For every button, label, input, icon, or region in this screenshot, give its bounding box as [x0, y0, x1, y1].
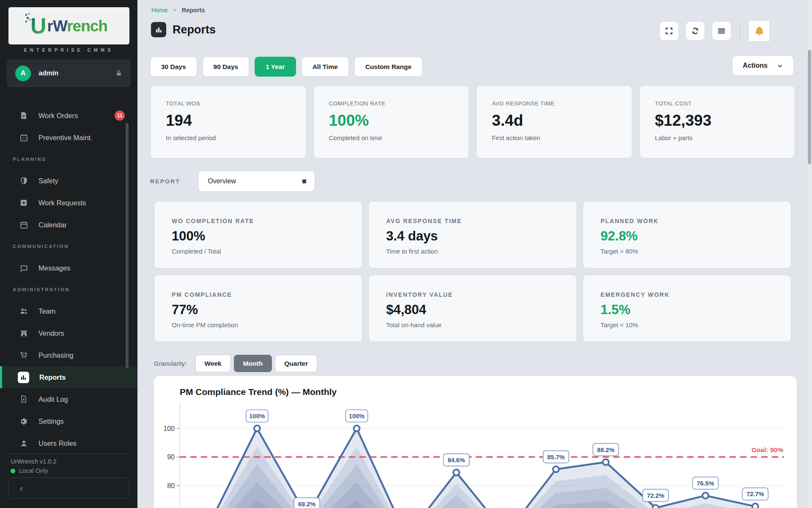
sidebar-item-settings[interactable]: Settings	[0, 410, 137, 432]
sidebar-item-label: Reports	[39, 373, 66, 381]
metric-label: EMERGENCY WORK	[601, 291, 774, 298]
user-card[interactable]: A admin	[7, 59, 131, 87]
metric-cards: WO COMPLETION RATE 100% Completed / Tota…	[154, 201, 791, 342]
sidebar-item-team[interactable]: Team	[0, 300, 137, 322]
granularity-selector: Granularity: Week Month Quarter	[154, 355, 320, 372]
cart-icon	[19, 351, 28, 360]
metric-sub: Time to first action	[386, 248, 559, 255]
report-type-select[interactable]: Overview	[198, 171, 315, 192]
metric-label: INVENTORY VALUE	[386, 291, 559, 298]
kpi-sub: First action taken	[492, 134, 617, 141]
sidebar-item-label: Team	[38, 307, 55, 315]
kpi-label: COMPLETION RATE	[329, 100, 454, 107]
metric-avg-response-time: AVG RESPONSE TIME 3.4 days Time to first…	[368, 201, 577, 268]
svg-text:84.6%: 84.6%	[447, 457, 465, 464]
sidebar-item-work-orders[interactable]: Work Orders 11	[0, 105, 137, 127]
chat-icon	[19, 263, 28, 273]
sidebar-scrollbar-thumb[interactable]	[126, 123, 129, 368]
sidebar-item-calendar[interactable]: Calendar	[0, 214, 137, 236]
kpi-value: 3.4d	[492, 112, 617, 130]
actions-dropdown-button[interactable]: Actions	[732, 55, 794, 76]
status-dot-icon	[11, 469, 15, 473]
sidebar-item-label: Preventive Maint.	[38, 134, 92, 142]
bell-icon	[754, 25, 765, 37]
range-30-days-button[interactable]: 30 Days	[150, 57, 197, 77]
svg-text:100%: 100%	[249, 413, 265, 420]
page-title: Reports	[173, 23, 216, 36]
metric-value: 100%	[172, 229, 345, 244]
range-1-year-button[interactable]: 1 Year	[255, 57, 296, 77]
section-header-planning: PLANNING	[0, 149, 137, 170]
sidebar-item-label: Safety	[38, 177, 58, 185]
reports-title-icon	[151, 22, 166, 37]
kpi-sub: Completed on time	[329, 134, 454, 141]
sidebar-collapse-button[interactable]: ‹	[8, 478, 129, 499]
kpi-cards: TOTAL WOS 194 In selected period COMPLET…	[150, 86, 795, 158]
metric-sub: Completed / Total	[172, 248, 345, 255]
toolbar-divider	[740, 22, 740, 40]
svg-text:Goal: 90%: Goal: 90%	[752, 446, 783, 453]
breadcrumb: Home > Reports	[151, 7, 205, 14]
menu-button[interactable]	[712, 21, 731, 41]
metric-label: PM COMPLIANCE	[172, 291, 345, 298]
sidebar-item-safety[interactable]: Safety	[0, 170, 137, 192]
granularity-quarter-button[interactable]: Quarter	[275, 355, 317, 372]
sidebar-item-label: Vendors	[38, 329, 64, 337]
select-indicator-icon	[302, 179, 306, 183]
metric-value: 77%	[172, 302, 345, 318]
range-90-days-button[interactable]: 90 Days	[203, 57, 250, 77]
range-all-time-button[interactable]: All Time	[302, 57, 349, 77]
report-select-value: Overview	[208, 177, 236, 185]
kpi-total-wos: TOTAL WOS 194 In selected period	[150, 86, 306, 158]
metric-value: 1.5%	[601, 302, 774, 318]
brand-name: rWrench	[47, 18, 107, 34]
sidebar-item-reports[interactable]: Reports	[0, 366, 137, 388]
pm-compliance-trend-chart: PM Compliance Trend (%) — Monthly 100908…	[154, 376, 797, 508]
refresh-button[interactable]	[686, 21, 705, 41]
kpi-avg-response-time: AVG RESPONSE TIME 3.4d First action take…	[476, 86, 632, 158]
fullscreen-button[interactable]	[659, 21, 679, 41]
kpi-completion-rate: COMPLETION RATE 100% Completed on time	[313, 86, 469, 158]
sidebar-item-label: Users Roles	[38, 439, 77, 447]
metric-sub: Target < 10%	[601, 321, 774, 329]
sidebar-item-vendors[interactable]: Vendors	[0, 322, 137, 344]
metric-label: PLANNED WORK	[601, 218, 774, 224]
metric-planned-work: PLANNED WORK 92.8% Target > 80%	[583, 201, 791, 268]
metric-value: $4,804	[386, 302, 559, 318]
notifications-bell-button[interactable]	[749, 20, 770, 41]
granularity-label: Granularity:	[154, 360, 187, 367]
section-header-administration: ADMINISTRATION	[0, 279, 137, 300]
sidebar-item-label: Work Requests	[38, 199, 86, 207]
kpi-sub: Labor + parts	[655, 134, 780, 141]
sidebar-item-work-requests[interactable]: Work Requests	[0, 192, 137, 214]
svg-text:88.2%: 88.2%	[597, 447, 614, 453]
main-content: Home > Reports Reports 30 Days 90 Days 1…	[137, 0, 812, 508]
range-custom-button[interactable]: Custom Range	[354, 57, 422, 77]
page-scrollbar[interactable]	[807, 0, 812, 508]
bar-chart-icon	[18, 372, 29, 383]
sidebar-item-users-roles[interactable]: Users Roles	[0, 432, 137, 454]
date-range-filters: 30 Days 90 Days 1 Year All Time Custom R…	[150, 57, 422, 77]
svg-text:100: 100	[163, 425, 175, 432]
kpi-label: TOTAL WOS	[166, 100, 291, 107]
report-label: REPORT	[150, 178, 180, 185]
page-scrollbar-thumb[interactable]	[808, 50, 811, 164]
metric-label: WO COMPLETION RATE	[172, 218, 345, 224]
sidebar-item-purchasing[interactable]: Purchasing	[0, 344, 137, 366]
sidebar-item-audit-log[interactable]: Audit Log	[0, 388, 137, 410]
kpi-label: TOTAL COST	[655, 100, 780, 107]
store-icon	[19, 329, 28, 338]
sidebar-item-preventive-maint[interactable]: Preventive Maint.	[0, 127, 137, 149]
metric-pm-compliance: PM COMPLIANCE 77% On-time PM completion	[154, 275, 362, 342]
granularity-week-button[interactable]: Week	[195, 355, 231, 372]
sidebar-item-label: Purchasing	[38, 351, 74, 359]
metric-value: 3.4 days	[386, 229, 559, 244]
breadcrumb-home-link[interactable]: Home	[151, 7, 168, 14]
sidebar-item-messages[interactable]: Messages	[0, 257, 137, 279]
breadcrumb-separator: >	[173, 7, 176, 13]
metric-sub: On-time PM completion	[172, 321, 345, 329]
granularity-month-button[interactable]: Month	[234, 355, 272, 372]
connection-status: Local Only	[11, 467, 48, 474]
section-header-communication: COMMUNICATION	[0, 236, 137, 257]
breadcrumb-current: Reports	[182, 7, 205, 14]
